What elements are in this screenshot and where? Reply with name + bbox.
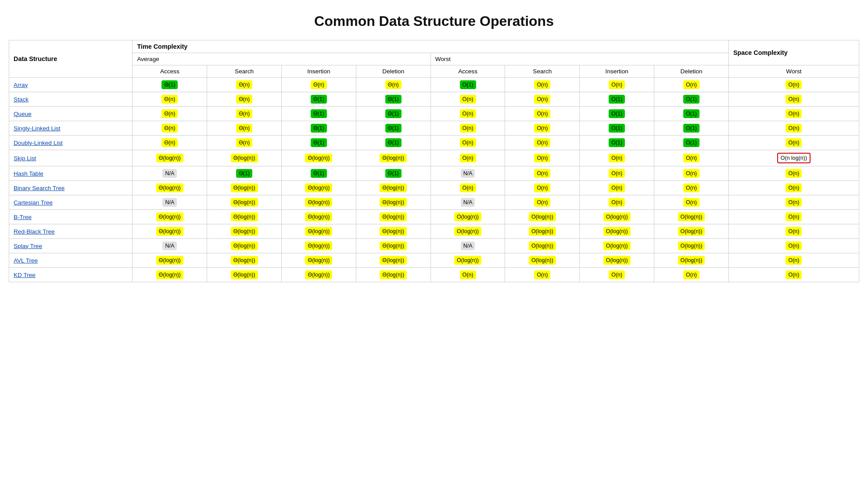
ds-link[interactable]: Array (14, 82, 28, 88)
worst-cell-3: O(n) (654, 268, 729, 282)
avg-cell-0: Θ(log(n)) (133, 210, 207, 224)
worst-cell-3: O(log(n)) (654, 224, 729, 239)
badge: Θ(1) (385, 124, 402, 133)
badge: O(1) (460, 80, 476, 89)
ds-name-cell[interactable]: Singly-Linked List (9, 121, 133, 136)
avg-cell-2: Θ(log(n)) (282, 210, 356, 224)
badge: O(log(n)) (454, 256, 481, 265)
space-badge: O(n log(n)) (777, 153, 811, 163)
worst-cell-2: O(1) (580, 107, 654, 121)
worst-cell-1: O(n) (505, 150, 580, 166)
ds-name-cell[interactable]: Stack (9, 92, 133, 107)
badge: O(n) (534, 109, 550, 118)
worst-cell-0: O(1) (430, 78, 505, 92)
ds-name-cell[interactable]: Array (9, 78, 133, 92)
badge: O(n) (609, 270, 625, 279)
ds-name-cell[interactable]: Skip List (9, 150, 133, 166)
ds-link[interactable]: KD Tree (14, 272, 36, 278)
ds-link[interactable]: Doubly-Linked List (14, 140, 63, 146)
ds-name-cell[interactable]: Doubly-Linked List (9, 136, 133, 150)
col-worst-deletion: Deletion (654, 65, 729, 78)
ds-link[interactable]: Hash Table (14, 170, 43, 177)
avg-cell-2: Θ(1) (282, 107, 356, 121)
space-cell: O(n) (728, 78, 859, 92)
badge: N/A (162, 169, 177, 178)
ds-link[interactable]: Singly-Linked List (14, 125, 61, 132)
worst-cell-0: O(n) (430, 268, 505, 282)
badge: Θ(n) (236, 95, 252, 104)
worst-cell-1: O(n) (505, 195, 580, 210)
worst-cell-3: O(log(n)) (654, 210, 729, 224)
ds-link[interactable]: Red-Black Tree (14, 228, 55, 235)
badge: Θ(log(n)) (156, 227, 183, 236)
space-badge: O(n) (786, 270, 802, 279)
ds-link[interactable]: AVL Tree (14, 257, 38, 264)
worst-cell-1: O(log(n)) (505, 239, 580, 253)
ds-link[interactable]: Skip List (14, 155, 36, 162)
badge: O(log(n)) (603, 256, 631, 265)
badge: Θ(n) (161, 95, 178, 104)
worst-cell-3: O(1) (654, 107, 729, 121)
ds-link[interactable]: Cartesian Tree (14, 199, 53, 206)
avg-cell-0: Θ(n) (133, 107, 207, 121)
badge: O(n) (460, 154, 476, 162)
badge: O(log(n)) (603, 212, 631, 221)
badge: O(n) (460, 124, 476, 133)
header-time-complexity: Time Complexity (133, 40, 729, 53)
badge: Θ(log(n)) (305, 270, 332, 279)
ds-link[interactable]: Stack (14, 96, 29, 103)
space-cell: O(n) (728, 195, 859, 210)
space-cell: O(n) (728, 253, 859, 268)
badge: Θ(log(n)) (231, 256, 258, 265)
avg-cell-3: Θ(log(n)) (356, 210, 430, 224)
badge: Θ(log(n)) (380, 270, 407, 279)
worst-cell-3: O(n) (654, 195, 729, 210)
ds-name-cell[interactable]: AVL Tree (9, 253, 133, 268)
badge: Θ(log(n)) (380, 154, 407, 162)
badge: Θ(1) (385, 95, 402, 104)
ds-link[interactable]: B-Tree (14, 214, 32, 220)
space-badge: O(n) (786, 138, 802, 147)
col-worst-search: Search (505, 65, 580, 78)
avg-cell-2: Θ(1) (282, 166, 356, 181)
badge: O(log(n)) (678, 256, 705, 265)
ds-name-cell[interactable]: Splay Tree (9, 239, 133, 253)
badge: Θ(log(n)) (380, 227, 407, 236)
ds-link[interactable]: Queue (14, 111, 32, 117)
badge: O(log(n)) (454, 212, 481, 221)
avg-cell-1: Θ(log(n)) (207, 224, 282, 239)
badge: Θ(log(n)) (231, 154, 258, 162)
space-cell: O(n) (728, 181, 859, 195)
worst-cell-2: O(log(n)) (580, 239, 654, 253)
worst-cell-0: N/A (430, 239, 505, 253)
space-cell: O(n log(n)) (728, 150, 859, 166)
badge: O(log(n)) (454, 227, 481, 236)
col-avg-insertion: Insertion (282, 65, 356, 78)
badge: O(n) (534, 124, 550, 133)
col-worst-access: Access (430, 65, 505, 78)
ds-name-cell[interactable]: Hash Table (9, 166, 133, 181)
badge: Θ(log(n)) (380, 256, 407, 265)
ds-name-cell[interactable]: Cartesian Tree (9, 195, 133, 210)
avg-cell-3: Θ(log(n)) (356, 181, 430, 195)
ds-link[interactable]: Binary Search Tree (14, 185, 65, 191)
worst-cell-3: O(1) (654, 92, 729, 107)
ds-name-cell[interactable]: Queue (9, 107, 133, 121)
ds-name-cell[interactable]: Red-Black Tree (9, 224, 133, 239)
avg-cell-2: Θ(log(n)) (282, 181, 356, 195)
avg-cell-3: Θ(log(n)) (356, 253, 430, 268)
space-cell: O(n) (728, 92, 859, 107)
worst-cell-0: N/A (430, 166, 505, 181)
ds-name-cell[interactable]: B-Tree (9, 210, 133, 224)
space-cell: O(n) (728, 210, 859, 224)
ds-name-cell[interactable]: KD Tree (9, 268, 133, 282)
badge: O(n) (460, 95, 476, 104)
ds-link[interactable]: Splay Tree (14, 243, 42, 249)
table-row: AVL TreeΘ(log(n))Θ(log(n))Θ(log(n))Θ(log… (9, 253, 859, 268)
avg-cell-1: Θ(n) (207, 136, 282, 150)
badge: O(1) (609, 109, 625, 118)
worst-cell-1: O(n) (505, 92, 580, 107)
table-row: Splay TreeN/AΘ(log(n))Θ(log(n))Θ(log(n))… (9, 239, 859, 253)
ds-name-cell[interactable]: Binary Search Tree (9, 181, 133, 195)
badge: Θ(log(n)) (305, 212, 332, 221)
